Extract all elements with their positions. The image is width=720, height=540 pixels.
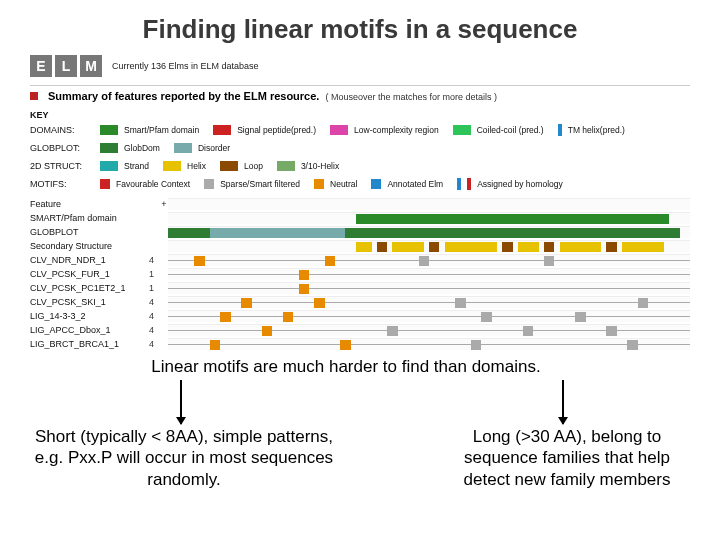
legend-title: KEY: [30, 110, 690, 120]
track-label: CLV_PCSK_PC1ET2_11: [30, 283, 160, 293]
database-count-note: Currently 136 Elms in ELM database: [112, 61, 259, 71]
track-label: CLV_NDR_NDR_14: [30, 255, 160, 265]
track-strip-motif: [168, 282, 690, 294]
track-strip-motif: [168, 310, 690, 322]
seg: [377, 242, 387, 252]
legend-item: Helix: [187, 161, 206, 171]
track-row: GLOBPLOT: [30, 225, 690, 239]
mark: [455, 298, 465, 308]
track-row: CLV_NDR_NDR_14: [30, 253, 690, 267]
track-label: CLV_PCSK_FUR_11: [30, 269, 160, 279]
mark: [638, 298, 648, 308]
sequence-tracks: Sequence: L53_HUMAN Feature + SMART/Pfam…: [30, 197, 690, 377]
seg: [392, 242, 423, 252]
track-label: Secondary Structure: [30, 241, 160, 251]
swatch-homology-l: [457, 178, 461, 190]
mark: [627, 340, 637, 350]
legend-item: Disorder: [198, 143, 230, 153]
mark: [194, 256, 204, 266]
track-row: CLV_PCSK_PC1ET2_11: [30, 281, 690, 295]
legend-item: Strand: [124, 161, 149, 171]
swatch-lowcomplex: [330, 125, 348, 135]
mark: [387, 326, 397, 336]
track-label: SMART/Pfam domain: [30, 213, 160, 223]
mark: [340, 340, 350, 350]
mark: [606, 326, 616, 336]
seg: [518, 242, 539, 252]
arrow-right: [562, 380, 564, 424]
logo-letter-e: E: [30, 55, 52, 77]
mark: [314, 298, 324, 308]
mark: [325, 256, 335, 266]
swatch-sparse: [204, 179, 214, 189]
track-strip: [168, 198, 690, 210]
track-strip-domain: [168, 212, 690, 224]
track-strip-motif: [168, 268, 690, 280]
seg: [345, 228, 679, 238]
track-label: CLV_PCSK_SKI_14: [30, 297, 160, 307]
seg: [606, 242, 616, 252]
summary-subtext: ( Mouseover the matches for more details…: [325, 92, 497, 102]
legend-row-globplot: GLOBPLOT: GlobDom Disorder: [30, 141, 690, 155]
seg: [210, 228, 346, 238]
seg: [429, 242, 439, 252]
swatch-annotated: [371, 179, 381, 189]
seg: [356, 242, 372, 252]
legend-item: Neutral: [330, 179, 357, 189]
seg: [544, 242, 554, 252]
legend-label: MOTIFS:: [30, 179, 94, 189]
mark: [241, 298, 251, 308]
track-row: LIG_APCC_Dbox_14: [30, 323, 690, 337]
track-row: SMART/Pfam domain: [30, 211, 690, 225]
track-label: LIG_BRCT_BRCA1_14: [30, 339, 160, 349]
track-row: CLV_PCSK_FUR_11: [30, 267, 690, 281]
track-header-row: Feature +: [30, 197, 690, 211]
mark: [544, 256, 554, 266]
seg: [622, 242, 664, 252]
track-strip-motif: [168, 338, 690, 350]
track-strip-motif: [168, 324, 690, 336]
legend-item: Favourable Context: [116, 179, 190, 189]
mark: [575, 312, 585, 322]
logo-letter-m: M: [80, 55, 102, 77]
mark: [210, 340, 220, 350]
legend-item: Low-complexity region: [354, 125, 439, 135]
swatch-disorder: [174, 143, 192, 153]
swatch-signal: [213, 125, 231, 135]
legend-item: Coiled-coil (pred.): [477, 125, 544, 135]
legend-item: Signal peptide(pred.): [237, 125, 316, 135]
legend-item: Sparse/Smart filtered: [220, 179, 300, 189]
swatch-neutral: [314, 179, 324, 189]
mark: [283, 312, 293, 322]
legend-block: KEY DOMAINS: Smart/Pfam domain Signal pe…: [30, 110, 690, 191]
swatch-strand: [100, 161, 118, 171]
legend-item: Loop: [244, 161, 263, 171]
legend-label: GLOBPLOT:: [30, 143, 94, 153]
swatch-coiledcoil: [453, 125, 471, 135]
legend-row-struct: 2D STRUCT: Strand Helix Loop 3/10-Helix: [30, 159, 690, 173]
track-row: LIG_BRCT_BRCA1_14: [30, 337, 690, 351]
track-label: LIG_14-3-3_24: [30, 311, 160, 321]
swatch-loop: [220, 161, 238, 171]
logo-letter-l: L: [55, 55, 77, 77]
logo-row: E L M Currently 136 Elms in ELM database: [30, 55, 690, 77]
mark: [419, 256, 429, 266]
track-row: LIG_14-3-3_24: [30, 309, 690, 323]
legend-item: Annotated Elm: [387, 179, 443, 189]
legend-item: GlobDom: [124, 143, 160, 153]
annotation-left: Short (typically < 8AA), simple patterns…: [24, 426, 344, 490]
legend-label: DOMAINS:: [30, 125, 94, 135]
legend-item: TM helix(pred.): [568, 125, 625, 135]
mark: [220, 312, 230, 322]
swatch-homology-r: [467, 178, 471, 190]
slide-title: Finding linear motifs in a sequence: [0, 0, 720, 55]
swatch-favourable: [100, 179, 110, 189]
expand-icon[interactable]: +: [160, 199, 168, 209]
legend-item: 3/10-Helix: [301, 161, 339, 171]
annotation-right: Long (>30 AA), belong to sequence famili…: [444, 426, 690, 490]
track-row: CLV_PCSK_SKI_14: [30, 295, 690, 309]
swatch-globdom: [100, 143, 118, 153]
summary-heading-row: Summary of features reported by the ELM …: [30, 85, 690, 102]
track-strip-struct: [168, 240, 690, 252]
swatch-helix: [163, 161, 181, 171]
